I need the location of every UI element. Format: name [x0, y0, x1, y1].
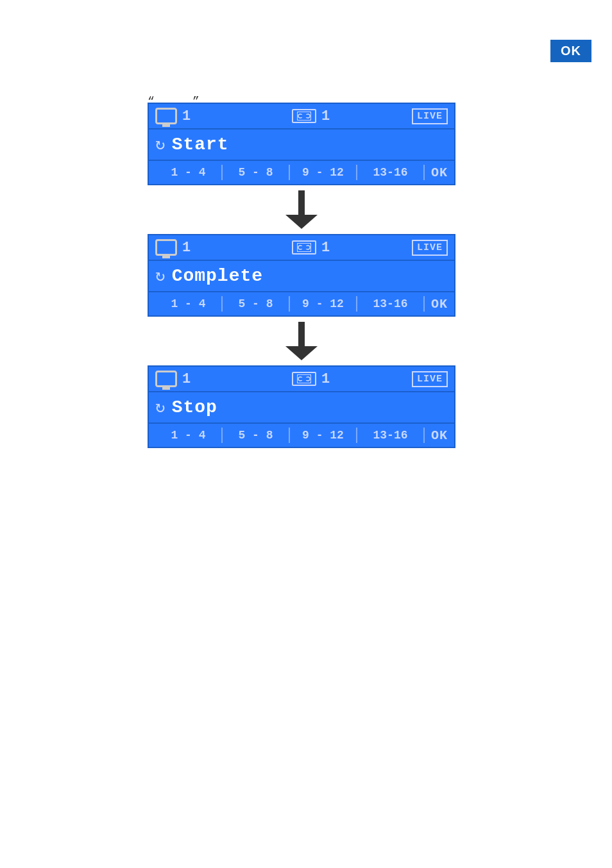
screen-start-status: ↻ Start [149, 129, 454, 161]
screen-stop-header: 1 1 LIVE [149, 367, 454, 392]
monitor-icon-area-1: 1 [155, 108, 191, 124]
screen-stop: 1 1 LIVE ↻ Stop 1 - 4 5 - 8 [148, 365, 455, 448]
svg-rect-3 [300, 115, 308, 117]
screen-complete-status: ↻ Complete [149, 261, 454, 292]
channel-5-8-start: 5 - 8 [223, 165, 290, 180]
media-icon-inner-3 [292, 372, 316, 386]
live-badge-2: LIVE [412, 240, 448, 256]
screen-complete-channels: 1 - 4 5 - 8 9 - 12 13-16 OK [149, 292, 454, 315]
screen-start-header: 1 1 LIVE [149, 104, 454, 129]
monitor-icon-2 [155, 239, 177, 256]
channel-9-12-stop: 9 - 12 [290, 428, 357, 443]
svg-marker-5 [285, 215, 318, 229]
screen-start-channels: 1 - 4 5 - 8 9 - 12 13-16 OK [149, 161, 454, 184]
tape-icon-3 [297, 374, 311, 383]
channel-1-4-stop: 1 - 4 [155, 428, 223, 443]
channel-9-12-start: 9 - 12 [290, 165, 357, 180]
media-num-1: 1 [321, 108, 330, 124]
media-icon-area-3: 1 [292, 371, 330, 387]
arrow-down-2 [285, 322, 318, 360]
monitor-icon-1 [155, 108, 177, 124]
media-icon-area-2: 1 [292, 240, 330, 256]
monitor-icon-area-3: 1 [155, 371, 191, 387]
channel-13-16-start: 13-16 [357, 165, 425, 180]
svg-rect-10 [298, 322, 305, 346]
svg-marker-11 [285, 346, 318, 360]
channel-5-8-stop: 5 - 8 [223, 428, 290, 443]
media-num-3: 1 [321, 371, 330, 387]
screen-complete-header: 1 1 LIVE [149, 235, 454, 261]
monitor-icon-area-2: 1 [155, 239, 191, 256]
screen-stop-channels: 1 - 4 5 - 8 9 - 12 13-16 OK [149, 424, 454, 447]
media-num-2: 1 [321, 240, 330, 256]
monitor-num-2: 1 [182, 240, 191, 256]
live-badge-1: LIVE [412, 108, 448, 124]
channel-13-16-stop: 13-16 [357, 428, 425, 443]
refresh-icon-1: ↻ [155, 137, 166, 153]
channel-1-4-start: 1 - 4 [155, 165, 223, 180]
svg-rect-15 [300, 378, 308, 380]
channel-1-4-complete: 1 - 4 [155, 296, 223, 312]
svg-rect-4 [298, 190, 305, 215]
refresh-icon-3: ↻ [155, 399, 166, 416]
status-text-start: Start [172, 135, 229, 154]
refresh-icon-2: ↻ [155, 268, 166, 285]
channel-9-12-complete: 9 - 12 [290, 296, 357, 312]
ok-button[interactable]: OK [549, 38, 593, 63]
monitor-num-1: 1 [182, 108, 191, 124]
svg-rect-9 [300, 246, 308, 249]
media-icon-area-1: 1 [292, 108, 330, 124]
arrow-icon-2 [285, 322, 318, 360]
live-badge-3: LIVE [412, 371, 448, 387]
media-icon-inner-2 [292, 240, 316, 255]
monitor-icon-3 [155, 371, 177, 387]
monitor-num-3: 1 [182, 371, 191, 387]
status-text-stop: Stop [172, 397, 217, 417]
channel-ok-start: OK [431, 165, 448, 180]
media-icon-inner-1 [292, 109, 316, 123]
tape-icon-2 [297, 243, 311, 252]
arrow-icon-1 [285, 190, 318, 229]
arrow-down-1 [285, 190, 318, 229]
screen-complete: 1 1 LIVE ↻ Complete 1 - 4 5 - [148, 234, 455, 317]
tape-icon-1 [297, 112, 311, 121]
channel-5-8-complete: 5 - 8 [223, 296, 290, 312]
channel-13-16-complete: 13-16 [357, 296, 425, 312]
screen-stop-status: ↻ Stop [149, 392, 454, 424]
channel-ok-complete: OK [431, 297, 448, 312]
channel-ok-stop: OK [431, 428, 448, 443]
status-text-complete: Complete [172, 266, 263, 286]
screen-start: 1 1 LIVE ↻ Start 1 - 4 5 - 8 [148, 103, 455, 185]
panels-container: 1 1 LIVE ↻ Start 1 - 4 5 - 8 [141, 103, 462, 448]
